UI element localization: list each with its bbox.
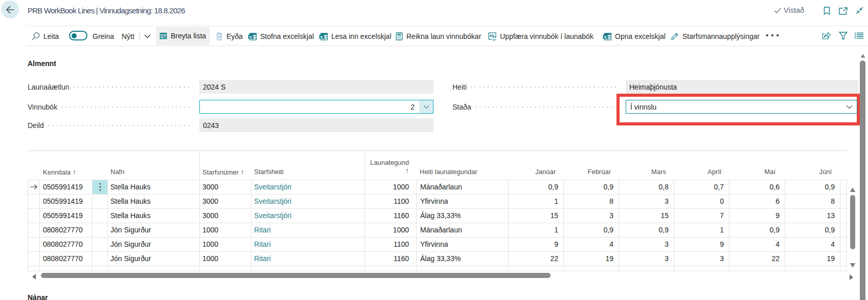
svg-text:X: X	[604, 34, 607, 39]
svg-text:X: X	[249, 34, 252, 39]
svg-text:X: X	[320, 34, 323, 39]
